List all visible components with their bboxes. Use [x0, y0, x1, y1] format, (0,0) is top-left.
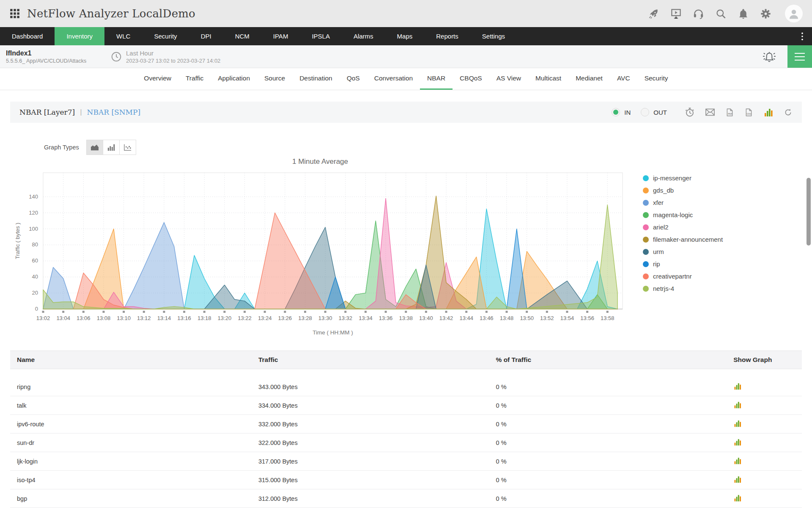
ellipsis-vertical-icon [798, 32, 806, 41]
export-csv-icon[interactable] [744, 108, 753, 117]
svg-text:13:46: 13:46 [480, 315, 494, 321]
view-tabs: OverviewTrafficApplicationSourceDestinat… [0, 68, 812, 90]
radio-out[interactable] [641, 108, 649, 116]
legend-item-urm[interactable]: urm [643, 248, 723, 255]
support-headset-icon[interactable] [693, 8, 704, 19]
nav-item-ipam[interactable]: IPAM [261, 27, 300, 45]
scrollbar-thumb[interactable] [807, 178, 811, 246]
tab-overview[interactable]: Overview [137, 68, 178, 90]
graph-type-scatter-button[interactable] [119, 140, 136, 155]
tab-conversation[interactable]: Conversation [367, 68, 420, 90]
tab-cbqos[interactable]: CBQoS [453, 68, 489, 90]
show-graph-icon[interactable] [733, 400, 742, 409]
email-icon[interactable] [705, 107, 715, 117]
svg-text:60: 60 [32, 257, 38, 264]
nav-item-security[interactable]: Security [142, 27, 189, 45]
interface-description: 5.5.5.6_ App/AVC/CLOUD/Attacks [6, 58, 111, 64]
graph-type-bar-button[interactable] [103, 140, 120, 155]
column-name: Name [10, 356, 252, 364]
nav-item-reports[interactable]: Reports [424, 27, 470, 45]
legend-item-netrjs-4[interactable]: netrjs-4 [643, 285, 723, 292]
nav-item-ipsla[interactable]: IPSLA [300, 27, 342, 45]
demo-player-icon[interactable] [670, 8, 682, 19]
legend-item-magenta-logic[interactable]: magenta-logic [643, 211, 723, 218]
show-graph-icon[interactable] [733, 438, 742, 446]
settings-gear-icon[interactable] [760, 8, 771, 19]
time-period-selector[interactable]: Last Hour 2023-03-27 13:02 to 2023-03-27… [111, 50, 220, 64]
legend-label: netrjs-4 [653, 285, 674, 292]
svg-text:80: 80 [32, 241, 38, 248]
tab-application[interactable]: Application [211, 68, 257, 90]
cell-show-graph [727, 382, 802, 392]
clock-icon [111, 51, 122, 62]
nav-item-alarms[interactable]: Alarms [342, 27, 385, 45]
table-row-talk: talk334.000 Bytes0 % [10, 396, 802, 415]
user-avatar[interactable] [785, 5, 803, 22]
nav-item-inventory[interactable]: Inventory [55, 27, 104, 45]
alarm-bell-icon[interactable] [762, 50, 776, 64]
legend-item-ip-messenger[interactable]: ip-messenger [643, 174, 723, 182]
reload-icon[interactable] [784, 108, 793, 117]
show-chart-icon[interactable] [763, 107, 774, 117]
table-row-ipv6-route: ipv6-route332.000 Bytes0 % [10, 415, 802, 433]
legend-label: urm [653, 248, 664, 255]
nav-item-dashboard[interactable]: Dashboard [0, 27, 55, 45]
tab-medianet[interactable]: Medianet [568, 68, 610, 90]
show-graph-icon[interactable] [733, 419, 742, 428]
nav-overflow-menu[interactable] [798, 27, 806, 45]
traffic-area-chart[interactable]: 13:0213:0413:0613:0813:1013:1213:1413:16… [10, 167, 630, 344]
legend-label: xfer [653, 199, 664, 206]
cell-traffic: 343.000 Bytes [252, 384, 489, 390]
nav-item-wlc[interactable]: WLC [104, 27, 142, 45]
cell-pct: 0 % [489, 421, 727, 428]
tab-traffic[interactable]: Traffic [178, 68, 211, 90]
area-chart-icon [90, 144, 99, 151]
tab-multicast[interactable]: Multicast [528, 68, 568, 90]
legend-item-filemaker-announcement[interactable]: filemaker-announcement [643, 236, 723, 243]
legend-item-ariel2[interactable]: ariel2 [643, 224, 723, 231]
nav-item-maps[interactable]: Maps [385, 27, 425, 45]
rocket-icon[interactable] [648, 8, 659, 19]
nav-item-settings[interactable]: Settings [470, 27, 517, 45]
svg-text:Time ( HH:MM ): Time ( HH:MM ) [313, 329, 353, 336]
tab-destination[interactable]: Destination [292, 68, 340, 90]
cell-name: iso-tp4 [10, 477, 252, 483]
show-graph-icon[interactable] [733, 475, 742, 483]
show-graph-icon[interactable] [733, 382, 742, 390]
tab-security[interactable]: Security [637, 68, 675, 90]
legend-label: ariel2 [653, 224, 669, 231]
svg-text:13:14: 13:14 [157, 315, 171, 321]
tab-source[interactable]: Source [257, 68, 292, 90]
tab-qos[interactable]: QoS [340, 68, 367, 90]
legend-label: magenta-logic [653, 211, 693, 218]
legend-item-creativepartnr[interactable]: creativepartnr [643, 273, 723, 280]
cell-traffic: 317.000 Bytes [252, 458, 489, 465]
radio-in[interactable] [612, 108, 620, 116]
interface-info[interactable]: IfIndex1 5.5.5.6_ App/AVC/CLOUD/Attacks [6, 50, 111, 64]
nav-item-ncm[interactable]: NCM [223, 27, 261, 45]
legend-item-rip[interactable]: rip [643, 260, 723, 268]
show-graph-icon[interactable] [733, 494, 742, 502]
svg-text:13:22: 13:22 [238, 315, 252, 321]
cell-name: ripng [10, 384, 252, 390]
traffic-chart-section: 1 Minute Average 13:0213:0413:0613:0813:… [10, 157, 802, 345]
cell-show-graph [727, 419, 802, 429]
search-icon[interactable] [715, 8, 727, 19]
graph-types: Graph Types [10, 140, 802, 155]
legend-item-xfer[interactable]: xfer [643, 199, 723, 206]
svg-text:13:44: 13:44 [459, 315, 473, 321]
show-graph-icon[interactable] [733, 456, 742, 465]
nbar-snmp-link[interactable]: NBAR [SNMP] [87, 108, 140, 116]
export-pdf-icon[interactable] [725, 108, 734, 117]
tab-nbar[interactable]: NBAR [420, 68, 453, 90]
legend-item-gds-db[interactable]: gds_db [643, 187, 723, 194]
notifications-bell-icon[interactable] [738, 8, 749, 19]
svg-text:13:10: 13:10 [117, 315, 131, 321]
tab-as-view[interactable]: AS View [489, 68, 528, 90]
tab-avc[interactable]: AVC [610, 68, 637, 90]
nav-item-dpi[interactable]: DPI [189, 27, 223, 45]
schedule-timer-icon[interactable] [685, 107, 695, 117]
direction-radio-group: IN OUT [612, 108, 673, 116]
graph-type-area-button[interactable] [86, 140, 103, 155]
apps-grid-icon[interactable] [9, 8, 20, 19]
